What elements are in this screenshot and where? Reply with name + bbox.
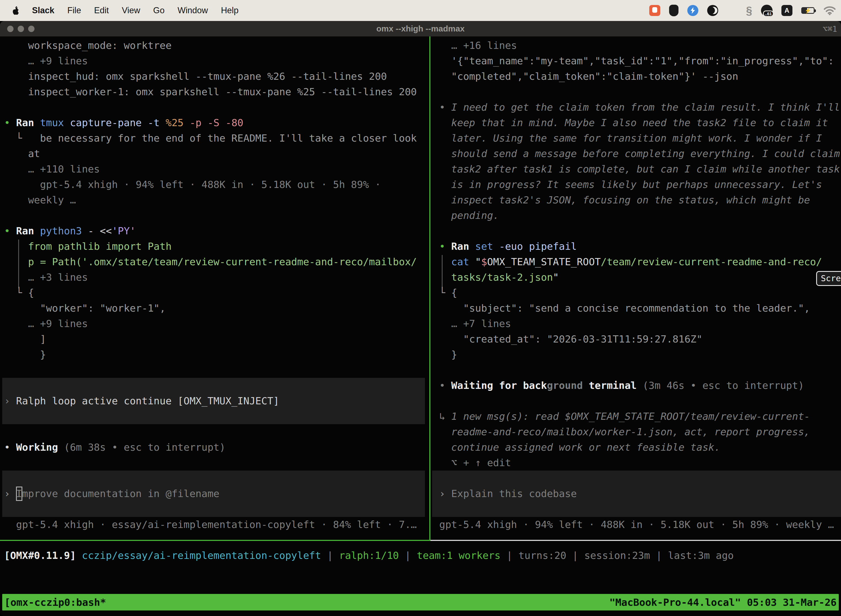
tmux-session-label: [omx-cczip0:bash* [4, 597, 106, 608]
menu-item-file[interactable]: File [67, 6, 81, 15]
terminal-line: … +16 lines [439, 38, 841, 53]
keyboard-a-icon[interactable]: A [781, 5, 793, 16]
terminal-line: [OMX#0.11.9] cczip/essay/ai-reimplementa… [4, 548, 837, 563]
terminal-line: • Ran set -euo pipefail [439, 239, 841, 254]
terminal-line: is in progress? It seems likely but perh… [439, 177, 841, 192]
window-shortcut: ⌥⌘1 [823, 21, 837, 37]
pane-divider[interactable] [429, 37, 431, 541]
screen-tooltip: Scre [816, 271, 841, 286]
terminal-line: • Working (6m 38s • esc to interrupt) [4, 440, 429, 455]
terminal-line: pending. [439, 208, 841, 223]
terminal-line [4, 424, 429, 440]
terminal-line [439, 84, 841, 100]
terminal-line: later. Using the same for transition mig… [439, 131, 841, 146]
terminal-line: keep that in mind. Maybe I also need the… [439, 115, 841, 131]
terminal-line: • Waiting for background terminal (3m 46… [439, 378, 841, 393]
window-title: omx --xhigh --madmax [0, 21, 841, 37]
terminal-line: … +3 lines [4, 270, 429, 285]
tmux-status-bar: [omx-cczip0:bash* "MacBook-Pro-44.local"… [2, 594, 839, 610]
terminal-line: "completed","claim_token":"claim-token"}… [439, 69, 841, 84]
terminal-line [4, 502, 429, 517]
menu-app-name[interactable]: Slack [32, 6, 54, 15]
terminal-line: at [4, 146, 429, 161]
terminal-line [4, 455, 429, 471]
terminal-line: • Ran tmux capture-pane -t %25 -p -S -80 [4, 115, 429, 131]
terminal-line: tasks/task-2.json" [439, 270, 841, 285]
terminal-line: "worker": "worker-1", [4, 301, 429, 316]
terminal-line: • Ran python3 - <<'PY' [4, 223, 429, 239]
menu-item-window[interactable]: Window [177, 6, 208, 15]
dots-grid-icon[interactable] [727, 6, 737, 16]
menu-item-edit[interactable]: Edit [94, 6, 109, 15]
terminal-line [4, 378, 429, 393]
terminal-line [439, 502, 841, 517]
terminal-line: ⌥ + ↑ edit [439, 455, 841, 471]
terminal-line: "created_at": "2026-03-31T11:59:27.816Z" [439, 331, 841, 347]
terminal-line: ↳ 1 new msg(s): read $OMX_TEAM_STATE_ROO… [439, 409, 841, 424]
terminal-line: "subject": "send a concise recommendatio… [439, 301, 841, 316]
terminal-line: inspect_worker-1: omx sparkshell --tmux-… [4, 84, 429, 100]
terminal-line: … +110 lines [4, 161, 429, 177]
speedtest-icon[interactable] [687, 5, 698, 16]
right-pane-bottom-border [431, 540, 841, 541]
terminal-line: p = Path('.omx/state/team/review-current… [4, 254, 429, 270]
terminal-line: readme-and-reco/mailbox/worker-1.json, a… [439, 424, 841, 440]
menu-item-help[interactable]: Help [221, 6, 239, 15]
terminal-line: from pathlib import Path [4, 239, 429, 254]
terminal-line: └ be necessary for the end of the README… [4, 131, 429, 146]
terminal-line: '{"team_name":"my-team","task_id":"1","f… [439, 53, 841, 69]
terminal-line: › Improve documentation in @filename [4, 486, 429, 502]
menu-item-view[interactable]: View [122, 6, 140, 15]
terminal-line: └ { [4, 285, 429, 301]
terminal-line [4, 362, 429, 378]
battery-bolt-icon: ⚡ [804, 8, 811, 13]
text-cursor [16, 487, 22, 501]
terminal-line: weekly … [4, 192, 429, 208]
terminal-line: … +9 lines [4, 316, 429, 331]
terminal-line [4, 409, 429, 424]
moon-icon[interactable] [707, 5, 718, 16]
squiggle-icon[interactable]: § [746, 4, 752, 17]
terminal-line: task2 after task1 is complete, but can I… [439, 161, 841, 177]
menu-status-icons: § ..61 A ⚡ [649, 0, 836, 21]
terminal-line: inspect_hud: omx sparkshell --tmux-pane … [4, 69, 429, 84]
terminal-line: › Explain this codebase [439, 486, 841, 502]
terminal-line [439, 393, 841, 409]
terminal-line [439, 471, 841, 486]
terminal-line: gpt-5.4 xhigh · 94% left · 488K in · 5.1… [439, 517, 841, 532]
left-pane-bottom-border [0, 540, 429, 541]
terminal-line: inspect task2's JSON, focusing on the st… [439, 192, 841, 208]
terminal-line: gpt-5.4 xhigh · 94% left · 488K in · 5.1… [4, 177, 429, 192]
terminal-line [439, 223, 841, 239]
window-title-bar: omx --xhigh --madmax ⌥⌘1 [0, 21, 841, 37]
badge-circle-icon[interactable]: ..61 [761, 5, 772, 16]
omx-status-bar: [OMX#0.11.9] cczip/essay/ai-reimplementa… [4, 548, 837, 563]
terminal-line: › Ralph loop active continue [OMX_TMUX_I… [4, 393, 429, 409]
terminal-line [439, 362, 841, 378]
terminal-line: ] [4, 331, 429, 347]
apple-menu-icon[interactable] [12, 6, 20, 15]
tmux-host-clock: "MacBook-Pro-44.local" 05:03 31-Mar-26 [609, 597, 837, 608]
terminal-line: gpt-5.4 xhigh · essay/ai-reimplementatio… [4, 517, 429, 532]
right-pane-terminal[interactable]: … +16 lines '{"team_name":"my-team","tas… [439, 38, 841, 532]
menu-bar: Slack FileEditViewGoWindowHelp § ..61 A … [0, 0, 841, 21]
menu-item-go[interactable]: Go [153, 6, 164, 15]
chat-icon[interactable] [649, 5, 660, 16]
shield-grid-icon[interactable] [669, 5, 678, 16]
terminal-line: └ { [439, 285, 841, 301]
terminal-line: … +7 lines [439, 316, 841, 331]
terminal-line: } [439, 347, 841, 362]
terminal-window: omx --xhigh --madmax ⌥⌘1 workspace_mode:… [0, 21, 841, 616]
terminal-line [4, 471, 429, 486]
terminal-line [4, 208, 429, 223]
terminal-line: } [4, 347, 429, 362]
terminal-line: … +9 lines [4, 53, 429, 69]
terminal-line: workspace_mode: worktree [4, 38, 429, 53]
terminal-line: should send a message before completing … [439, 146, 841, 161]
terminal-line: continue assigned work or next feasible … [439, 440, 841, 455]
battery-charging-icon[interactable]: ⚡ [801, 7, 815, 14]
wifi-icon[interactable] [823, 6, 836, 15]
terminal-line: • I need to get the claim token from the… [439, 100, 841, 115]
left-pane-terminal[interactable]: workspace_mode: worktree … +9 lines insp… [4, 38, 429, 532]
terminal-line [4, 100, 429, 115]
